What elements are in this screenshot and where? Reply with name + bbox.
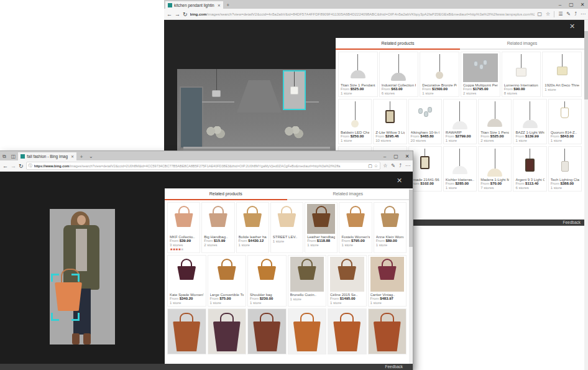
product-price: From $90.00 — [504, 87, 539, 91]
handbag-handle — [316, 206, 327, 213]
handbag-handle — [247, 206, 258, 213]
tab-list-chevron-icon[interactable]: ⌄ — [86, 153, 96, 160]
overlay-close-icon[interactable]: ✕ — [397, 177, 402, 184]
product-tile[interactable]: 1920s Art Deco Three Tie..1 store — [542, 52, 582, 97]
annotate-icon[interactable]: ✎ — [391, 163, 395, 169]
product-tile[interactable]: Quorum 814-Z..From $843.001 store — [548, 99, 582, 144]
tab-related-products[interactable]: Related products — [336, 38, 460, 50]
favorite-icon[interactable]: ☆ — [546, 11, 550, 17]
product-tile[interactable]: Tech Lighting Clark P..From $388.001 sto… — [548, 146, 582, 192]
product-tile[interactable]: Leather handbagFrom $118.881 store — [305, 202, 338, 253]
scrollbar[interactable] — [584, 20, 588, 370]
product-tile[interactable]: Anne Klein Wom..From $89.001 store — [374, 202, 407, 253]
selection-corner[interactable] — [71, 274, 80, 282]
minimize-button[interactable]: – — [554, 1, 566, 9]
related-image-thumb[interactable] — [247, 308, 287, 354]
product-tile[interactable]: MKF Collectio..From $39.993 stores★★★★★ — [167, 202, 200, 253]
product-tile[interactable]: Céline 2015 Se..From $1495.001 store — [328, 255, 367, 307]
product-tile[interactable]: BAZZ 1-Light White In..From $139.991 sto… — [513, 99, 546, 144]
maximize-button[interactable]: ▢ — [566, 1, 577, 9]
product-price: From $250.00 — [341, 134, 369, 138]
related-image-thumb[interactable] — [368, 308, 407, 354]
product-tile[interactable]: Kate Spade Women's..From $340.201 store — [167, 255, 206, 307]
tab-close-icon[interactable]: ✕ — [218, 3, 221, 7]
info-icon[interactable]: ⓘ — [29, 163, 32, 169]
product-tile[interactable]: Fostelo Women's..From $795.001 store — [339, 202, 372, 253]
reading-view-icon[interactable]: ▢ — [537, 11, 542, 17]
address-bar[interactable]: ⓘ https://www.bing.com/images/search?vie… — [26, 162, 381, 170]
product-tile[interactable]: Lumenno International 10..From $90.008 s… — [502, 52, 541, 97]
tab-related-images[interactable]: Related images — [460, 38, 584, 50]
visual-search-selection-box[interactable] — [51, 274, 80, 321]
annotate-icon[interactable]: ✎ — [566, 11, 571, 17]
product-tile[interactable]: Big Handbag..From $15.992 stores — [201, 202, 234, 253]
pendant-art — [525, 149, 535, 172]
product-image — [273, 204, 301, 234]
reading-view-icon[interactable]: ▢ — [368, 164, 372, 169]
tab-kitchen-pendant-lighting[interactable]: kitchen pendant lightin ✕ — [165, 1, 223, 9]
back-icon[interactable]: ← — [2, 163, 8, 169]
product-tile[interactable]: Decorative Bronze Pend..From $1500.001 s… — [420, 52, 459, 97]
hub-icon[interactable]: ☰ — [558, 11, 563, 17]
product-tile[interactable]: Baldwin LED Chain..From $250.001 store — [338, 99, 372, 144]
window-controls: – ▢ ✕ — [379, 152, 413, 160]
product-tile[interactable]: Cartier Vintag..From $483.971 store — [368, 255, 407, 307]
product-tile[interactable]: Argent 9 3 Light Outd..From $113.406 sto… — [513, 146, 546, 192]
refresh-icon[interactable]: ↻ — [19, 163, 24, 169]
product-tile[interactable]: Large Convertible Tw..From $75.001 store — [208, 255, 247, 307]
related-image-thumb[interactable] — [167, 308, 206, 354]
selection-corner[interactable] — [51, 274, 59, 282]
refresh-icon[interactable]: ↻ — [183, 11, 188, 17]
close-button[interactable]: ✕ — [402, 152, 413, 160]
product-tile[interactable]: Amade 21641-56..From $102.00 — [408, 146, 442, 192]
product-tile[interactable]: STREET LEV..1 store — [270, 202, 303, 253]
tab-related-products[interactable]: Related products — [165, 188, 287, 200]
product-image — [330, 257, 364, 292]
product-tile[interactable]: Madera 1-Light Mini-P..From $70.007 stor… — [478, 146, 512, 192]
product-tile[interactable]: RAWARPFrom $2799.001 store — [443, 99, 477, 144]
more-icon[interactable]: ⋯ — [581, 11, 586, 17]
share-icon[interactable]: ⤴ — [574, 11, 577, 17]
more-icon[interactable]: ⋯ — [405, 163, 410, 169]
product-tile[interactable]: Z-Lite Willow 3 Light P..From $295.4610 … — [373, 99, 407, 144]
product-tile[interactable]: Shoulder bagFrom $230.001 store — [247, 255, 287, 307]
product-image — [515, 101, 544, 129]
pendant-mini-shade — [428, 107, 432, 113]
selection-corner[interactable] — [51, 313, 59, 321]
tab-related-images[interactable]: Related images — [287, 188, 410, 200]
scrollbar-thumb[interactable] — [584, 31, 588, 99]
new-tab-button[interactable]: ＋ — [76, 153, 86, 160]
share-icon[interactable]: ⤴ — [399, 163, 402, 169]
feedback-bar[interactable]: Feedback — [0, 364, 413, 370]
set-tabs-aside-icon[interactable]: ⧉ — [0, 153, 9, 160]
forward-icon[interactable]: → — [175, 11, 180, 17]
product-tile[interactable]: Industrial Collection Pend..From $63.006… — [379, 52, 419, 97]
maximize-button[interactable]: ▢ — [390, 152, 402, 160]
address-bar[interactable]: bing.com/images/search?view=detailV2&cci… — [190, 12, 535, 16]
minimize-button[interactable]: – — [379, 152, 390, 160]
close-button[interactable]: ✕ — [577, 1, 588, 9]
forward-icon[interactable]: → — [11, 163, 16, 169]
hub-icon[interactable]: ☆ — [383, 163, 387, 169]
visual-search-selection-box[interactable] — [283, 70, 306, 110]
new-tab-button[interactable]: ＋ — [223, 1, 233, 9]
favorite-icon[interactable]: ☆ — [374, 164, 378, 169]
tab-close-icon[interactable]: ✕ — [71, 154, 74, 159]
product-tile[interactable]: Titan Size 1 Pendant LightFrom $525.001 … — [338, 52, 378, 97]
overlay-close-icon[interactable]: ✕ — [569, 23, 575, 30]
product-tile[interactable]: Titan Size 1 Pendant L..From $525.002 st… — [478, 99, 512, 144]
tab-preview-icon[interactable]: ◫ — [9, 153, 19, 160]
product-tile[interactable]: Brunello Cucin..1 store — [288, 255, 327, 307]
product-tile[interactable]: Kichler Hatteras..From $285.001 store — [443, 146, 477, 192]
product-tile[interactable]: Bolide leather ha..From $4430.121 store — [236, 202, 269, 253]
scrollbar[interactable] — [409, 188, 413, 364]
scrollbar-thumb[interactable] — [409, 190, 413, 247]
product-tile[interactable]: Alkingham 10-In Olla..From $465.8020 sto… — [408, 99, 442, 144]
tab-fall-fashion[interactable]: fall fashion - Bing imag ✕ — [18, 152, 76, 160]
back-icon[interactable]: ← — [167, 11, 172, 17]
related-image-thumb[interactable] — [208, 308, 247, 354]
related-image-thumb[interactable] — [288, 308, 327, 354]
related-image-thumb[interactable] — [328, 308, 367, 354]
selection-corner[interactable] — [71, 313, 80, 321]
product-tile[interactable]: Coppa Multipoint Pendant ..From $1795.00… — [461, 52, 500, 97]
